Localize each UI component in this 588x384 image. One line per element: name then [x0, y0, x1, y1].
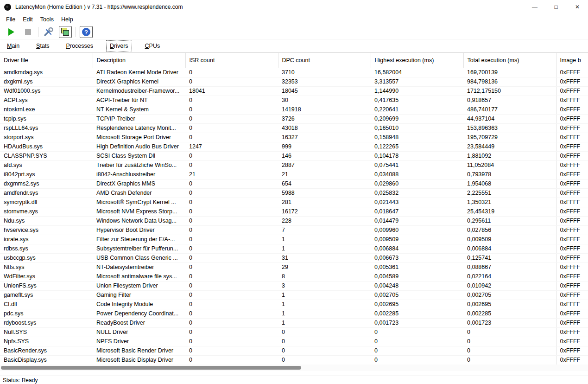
driver-row[interactable]: amdkmdag.sysATI Radeon Kernel Mode Drive…	[0, 68, 588, 77]
tools-button[interactable]	[42, 26, 55, 38]
column-header[interactable]: Driver file	[0, 53, 93, 68]
stop-monitor-button[interactable]	[21, 26, 34, 38]
cell: WdFilter.sys	[0, 272, 93, 281]
driver-row[interactable]: stornvme.sysMicrosoft NVM Express Storp.…	[0, 207, 588, 216]
menu-help[interactable]: Help	[57, 15, 77, 24]
cell: 29	[278, 262, 371, 272]
start-monitor-button[interactable]	[5, 26, 18, 38]
cell: 0,125741	[463, 253, 556, 262]
driver-row[interactable]: amdfendr.sysAMD Crash Defender059880,025…	[0, 188, 588, 198]
tab-main[interactable]: Main	[4, 41, 23, 51]
driver-row[interactable]: iorate.sysFilter zur Steuerung der E/A-.…	[0, 235, 588, 244]
horizontal-scrollbar[interactable]	[0, 365, 588, 371]
maximize-button[interactable]: □	[545, 0, 567, 14]
cell: TCP/IP-Treiber	[93, 114, 185, 123]
tab-processes[interactable]: Processes	[63, 41, 96, 51]
cell: 23,584449	[463, 142, 556, 151]
tab-stats[interactable]: Stats	[33, 41, 53, 51]
driver-row[interactable]: dxgkrnl.sysDirectX Graphics Kernel032353…	[0, 77, 588, 86]
tab-cpus[interactable]: CPUs	[142, 41, 164, 51]
driver-row[interactable]: rspLLL64.sysResplendence Latency Monit..…	[0, 123, 588, 133]
driver-row[interactable]: tcpip.sysTCP/IP-Treiber037260,20969944,9…	[0, 114, 588, 123]
cell: 0,004248	[371, 281, 463, 290]
driver-row[interactable]: pdc.sysPower Dependency Coordinat...010,…	[0, 309, 588, 318]
driver-row[interactable]: CLASSPNP.SYSSCSI Class System Dll01460,1…	[0, 151, 588, 160]
driver-row[interactable]: ntoskrnl.exeNT Kernel & System01419180,2…	[0, 105, 588, 114]
cell: 0xFFFF	[556, 198, 588, 207]
cell: 0xFFFF	[556, 105, 588, 114]
cell: 0	[185, 105, 278, 114]
cell: 1	[278, 235, 371, 244]
cell: amdfendr.sys	[0, 188, 93, 198]
cell: 0	[185, 337, 278, 346]
cell: 44,937104	[463, 114, 556, 123]
cell: 0xFFFF	[556, 68, 588, 77]
minimize-button[interactable]: —	[524, 0, 545, 14]
cell: 0	[185, 235, 278, 244]
cell: 0xFFFF	[556, 300, 588, 309]
window-title: LatencyMon (Home Edition ) v 7.31 - http…	[15, 4, 183, 10]
cell: 0	[185, 133, 278, 142]
driver-row[interactable]: BasicRender.sysMicrosoft Basic Render Dr…	[0, 346, 588, 355]
driver-row[interactable]: symcryptk.dllMicrosoft® SymCrypt Kernel …	[0, 198, 588, 207]
driver-row[interactable]: Npfs.SYSNPFS Driver00000xFFFF	[0, 337, 588, 346]
driver-row[interactable]: Ntfs.sysNT-Dateisystemtreiber0290,005361…	[0, 262, 588, 272]
driver-row[interactable]: ACPI.sysACPI-Treiber für NT0300,4176350,…	[0, 96, 588, 105]
driver-row[interactable]: rdyboost.sysReadyBoost Driver010,0017230…	[0, 318, 588, 327]
cell: 146	[278, 151, 371, 160]
cell: ntoskrnl.exe	[0, 105, 93, 114]
cell: 0xFFFF	[556, 170, 588, 179]
scrollbar-thumb[interactable]	[1, 366, 301, 370]
window-controls: — □ ✕	[524, 0, 588, 14]
cell: 11,052084	[463, 160, 556, 170]
close-button[interactable]: ✕	[567, 0, 588, 14]
copy-report-button[interactable]	[59, 26, 72, 38]
driver-row[interactable]: CI.dllCode Integrity Module010,0026950,0…	[0, 300, 588, 309]
driver-row[interactable]: rdbss.sysSubsystemtreiber für Pufferun..…	[0, 244, 588, 253]
tabbar: MainStatsProcessesDriversCPUs	[0, 39, 588, 53]
driver-row[interactable]: gameflt.sysGaming Filter010,0027050,0027…	[0, 290, 588, 300]
column-header[interactable]: DPC count	[278, 53, 371, 68]
cell: 3,313557	[371, 77, 463, 86]
cell: 0xFFFF	[556, 207, 588, 216]
cell: 0xFFFF	[556, 216, 588, 225]
column-header[interactable]: Highest execution (ms)	[371, 53, 463, 68]
cell: DirectX Graphics Kernel	[93, 77, 185, 86]
cell: 0	[463, 355, 556, 365]
driver-row[interactable]: Wdf01000.sysKernelmodustreiber-Framewor.…	[0, 86, 588, 96]
driver-row[interactable]: Ndu.sysWindows Network Data Usag...02280…	[0, 216, 588, 225]
cell: ATI Radeon Kernel Mode Driver	[93, 68, 185, 77]
cell: SCSI Class System Dll	[93, 151, 185, 160]
column-header[interactable]: ISR count	[185, 53, 278, 68]
driver-row[interactable]: i8042prt.sysi8042-Anschlusstreiber21210,…	[0, 170, 588, 179]
driver-row[interactable]: BasicDisplay.sysMicrosoft Basic Display …	[0, 355, 588, 365]
menu-file[interactable]: File	[2, 15, 19, 24]
driver-row[interactable]: dxgmms2.sysDirectX Graphics MMS06540,029…	[0, 179, 588, 188]
driver-row[interactable]: storport.sysMicrosoft Storage Port Drive…	[0, 133, 588, 142]
tab-drivers[interactable]: Drivers	[107, 41, 132, 51]
column-header[interactable]: Total execution (ms)	[463, 53, 556, 68]
cell: 0xFFFF	[556, 235, 588, 244]
cell: High Definition Audio Bus Driver	[93, 142, 185, 151]
driver-row[interactable]: UnionFS.sysUnion Filesystem Driver030,00…	[0, 281, 588, 290]
driver-row[interactable]: afd.sysTreiber für zusätzliche WinSo...0…	[0, 160, 588, 170]
driver-row[interactable]: usbccgp.sysUSB Common Class Generic ...0…	[0, 253, 588, 262]
driver-row[interactable]: hvservice.sysHypervisor Boot Driver070,0…	[0, 225, 588, 235]
driver-row[interactable]: WdFilter.sysMicrosoft antimalware file s…	[0, 272, 588, 281]
cell: 0	[185, 309, 278, 318]
cell: Kernelmodustreiber-Framewor...	[93, 86, 185, 96]
cell: 0xFFFF	[556, 225, 588, 235]
menu-edit[interactable]: Edit	[19, 15, 37, 24]
cell: 0	[185, 179, 278, 188]
cell: 0,158948	[371, 133, 463, 142]
column-header[interactable]: Image b	[556, 53, 588, 68]
cell: 1,954068	[463, 179, 556, 188]
cell: 486,740177	[463, 105, 556, 114]
driver-row[interactable]: HDAudBus.sysHigh Definition Audio Bus Dr…	[0, 142, 588, 151]
menu-tools[interactable]: Tools	[37, 15, 57, 24]
help-button[interactable]: ?	[80, 26, 93, 38]
column-header[interactable]: Description	[93, 53, 185, 68]
cell: CLASSPNP.SYS	[0, 151, 93, 160]
cell: 0,010942	[463, 281, 556, 290]
driver-row[interactable]: Null.SYSNULL Driver00000xFFFF	[0, 327, 588, 337]
